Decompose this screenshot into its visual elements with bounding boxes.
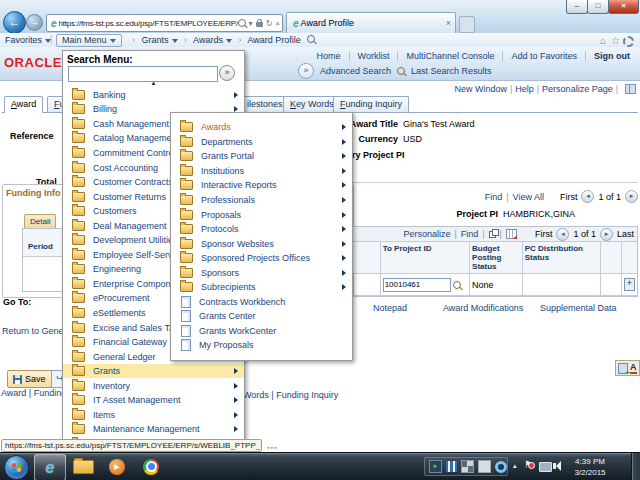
network-icon[interactable] — [539, 462, 552, 472]
submenu-item[interactable]: Grants WorkCenter — [171, 324, 352, 339]
advanced-search-link[interactable]: Advanced Search — [320, 66, 391, 76]
header-link[interactable]: Worklist — [349, 51, 398, 61]
taskbar-clock[interactable]: 4:39 PM 3/2/2015 — [562, 456, 618, 478]
menu-search-go-button[interactable]: » — [219, 65, 235, 81]
breadcrumb-search-icon[interactable] — [307, 35, 315, 43]
related-link[interactable]: Supplemental Data — [540, 303, 617, 313]
submenu-item[interactable]: Contracts Workbench — [171, 295, 352, 310]
view-all-link[interactable]: View All — [513, 192, 544, 202]
personalize-page-link[interactable]: Personalize Page — [542, 84, 613, 94]
tray-window-icon[interactable] — [478, 460, 491, 473]
star-icon[interactable]: ☆ — [611, 35, 620, 46]
menu-item[interactable]: Inventory — [63, 378, 244, 393]
menu-item[interactable]: Banking — [63, 88, 244, 103]
new-tab-button[interactable] — [459, 16, 475, 33]
taskbar-chrome-button[interactable] — [136, 454, 166, 479]
address-bar[interactable]: e https://fms-tst.ps.sc.edu/psp/FTST/EMP… — [46, 14, 283, 32]
last-search-results-link[interactable]: Last Search Results — [411, 66, 492, 76]
browser-forward-button[interactable]: → — [26, 14, 43, 31]
to-project-id-input[interactable] — [383, 278, 451, 292]
submenu-item[interactable]: Institutions — [171, 164, 352, 179]
tray-vm-icon[interactable]: ▸ — [429, 460, 442, 473]
add-row-button[interactable]: + — [624, 278, 635, 291]
main-menu-button[interactable]: Main Menu — [56, 34, 122, 47]
new-window-link[interactable]: New Window — [454, 84, 507, 94]
next-row-button[interactable]: ▸ — [625, 190, 638, 203]
find-link[interactable]: Find — [485, 192, 503, 202]
refresh-icon[interactable]: ↻ — [266, 19, 273, 28]
footer-links-left[interactable]: Award | Funding | — [1, 388, 71, 398]
previous-row-button[interactable]: ◂ — [581, 190, 594, 203]
submenu-item[interactable]: Interactive Reports — [171, 178, 352, 193]
submenu-item[interactable]: Sponsor Websites — [171, 236, 352, 251]
help-link[interactable]: Help — [515, 84, 534, 94]
home-icon[interactable]: ⌂ — [600, 35, 606, 46]
taskbar-media-player-button[interactable]: ▶ — [102, 454, 132, 479]
submenu-item[interactable]: Sponsored Projects Offices — [171, 251, 352, 266]
new-note-icon[interactable] — [618, 363, 628, 374]
search-icon[interactable] — [238, 19, 246, 27]
view-all-icon[interactable] — [489, 231, 496, 238]
tray-checker-icon[interactable] — [461, 460, 474, 473]
show-hidden-icons[interactable]: ▴ — [513, 462, 517, 470]
personalize-link[interactable]: Personalize — [403, 229, 450, 239]
submenu-item[interactable]: Protocols — [171, 222, 352, 237]
window-restore-button[interactable]: □ — [587, 0, 609, 14]
detail-grid-tab[interactable]: Detail — [24, 214, 56, 228]
window-minimize-button[interactable]: – — [566, 0, 588, 14]
crumb-awards[interactable]: Awards — [193, 35, 223, 45]
menu-item[interactable]: Items — [63, 408, 244, 423]
sign-out-link[interactable]: Sign out — [585, 51, 638, 61]
scroll-up-icon[interactable]: ▲ — [63, 80, 244, 86]
footer-links-right[interactable]: Words | Funding Inquiry — [243, 390, 338, 400]
header-link[interactable]: Add to Favorites — [502, 51, 585, 61]
submenu-item[interactable]: Grants Portal — [171, 149, 352, 164]
stop-icon[interactable]: × — [275, 19, 280, 28]
submenu-item[interactable]: Proposals — [171, 207, 352, 222]
action-center-flag-icon[interactable]: ⚑ — [524, 459, 533, 470]
search-go-button[interactable]: » — [298, 63, 314, 79]
grid-find-link[interactable]: Find — [461, 229, 479, 239]
scrollbar-gripper[interactable]: ▪▪▪ — [267, 444, 277, 451]
menu-item[interactable]: Grants — [63, 364, 244, 379]
tab-funding-inquiry[interactable]: Funding Inquiry — [333, 96, 409, 112]
favorites-menu[interactable]: Favorites — [5, 35, 51, 45]
submenu-item[interactable]: Awards — [171, 120, 352, 135]
submenu-item[interactable]: Sponsors — [171, 265, 352, 280]
tab-award[interactable]: Award — [4, 96, 43, 113]
tab-close-icon[interactable]: × — [446, 18, 451, 28]
chevron-down-icon[interactable]: ▾ — [249, 19, 253, 28]
url-text[interactable]: https://fms-tst.ps.sc.edu/psp/FTST/EMPLO… — [59, 19, 238, 28]
tray-pause-icon[interactable] — [446, 461, 457, 472]
submenu-item[interactable]: My Proposals — [171, 338, 352, 353]
layout-icon[interactable] — [625, 84, 636, 94]
gear-icon[interactable] — [623, 36, 634, 47]
header-link[interactable]: Home — [309, 51, 349, 61]
browser-back-button[interactable]: ← — [3, 11, 26, 34]
save-button[interactable]: Save — [7, 370, 52, 388]
grid-next-button[interactable]: ▸ — [600, 228, 613, 241]
grid-previous-button[interactable]: ◂ — [556, 228, 569, 241]
crumb-grants[interactable]: Grants — [142, 35, 169, 45]
submenu-item[interactable]: Grants Center — [171, 309, 352, 324]
header-link[interactable]: MultiChannel Console — [397, 51, 502, 61]
start-button[interactable] — [4, 455, 29, 480]
speaker-icon[interactable] — [553, 463, 556, 469]
taskbar-explorer-button[interactable] — [68, 454, 98, 479]
status-bar-url: https://fms-tst.ps.sc.edu/psp/FTST/EMPLO… — [1, 439, 262, 452]
tray-ring-icon[interactable] — [495, 461, 507, 473]
taskbar-ie-button[interactable]: e — [34, 454, 66, 480]
submenu-item[interactable]: Subrecipients — [171, 280, 352, 295]
download-icon[interactable] — [506, 229, 517, 239]
font-tool-icon[interactable]: A — [630, 363, 637, 374]
submenu-item[interactable]: Departments — [171, 135, 352, 150]
submenu-item[interactable]: Professionals — [171, 193, 352, 208]
browser-tab[interactable]: e Award Profile × — [286, 12, 456, 33]
menu-item[interactable]: IT Asset Management — [63, 393, 244, 408]
lookup-icon[interactable] — [453, 281, 461, 289]
related-link[interactable]: Notepad — [373, 303, 407, 313]
menu-item[interactable]: Maintenance Management — [63, 422, 244, 437]
related-link[interactable]: Award Modifications — [443, 303, 523, 313]
window-close-button[interactable]: × — [608, 0, 639, 14]
show-desktop-button[interactable] — [631, 453, 640, 480]
